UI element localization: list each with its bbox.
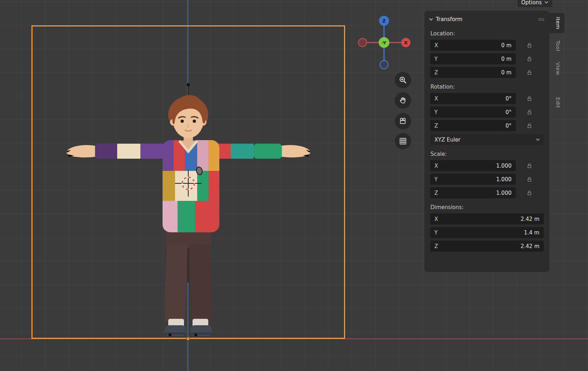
right-arm [218, 144, 310, 159]
gizmo-axis-x[interactable]: X [401, 38, 410, 47]
rotation-x-field[interactable]: X 0° [430, 93, 516, 104]
unlock-icon[interactable] [527, 56, 532, 62]
rotation-mode-dropdown[interactable]: XYZ Euler [430, 134, 544, 145]
svg-text:-Y: -Y [382, 40, 387, 45]
axis-value: 0° [505, 123, 512, 129]
axis-label: X [434, 216, 438, 222]
toggle-grid-icon [399, 137, 407, 145]
axis-value: 0 m [501, 56, 512, 62]
unlock-icon[interactable] [527, 123, 532, 129]
zoom-tool-button[interactable] [395, 72, 411, 88]
transform-panel: Transform Location: X 0 m Y 0 m Z 0 m Ro… [424, 11, 549, 272]
gizmo-axis-neg-y[interactable]: -Y [379, 37, 389, 48]
axis-label: X [434, 42, 438, 49]
axis-value: 1.000 [496, 176, 512, 183]
axis-label: X [434, 163, 438, 169]
rotation-z-field[interactable]: Z 0° [430, 120, 516, 131]
object-origin-point [186, 337, 190, 341]
pan-hand-icon [399, 96, 407, 105]
axis-value: 2.42 m [520, 216, 539, 222]
unlock-icon[interactable] [527, 70, 532, 75]
dimensions-y-field[interactable]: Y 1.4 m [430, 227, 544, 238]
location-y-field[interactable]: Y 0 m [430, 53, 516, 64]
unlock-icon[interactable] [527, 109, 532, 115]
unlock-icon[interactable] [527, 177, 532, 182]
dimensions-z-row: Z 2.42 m [430, 241, 549, 252]
svg-text:Z: Z [382, 18, 385, 24]
antenna-tip [187, 83, 190, 86]
grid-toggle-button[interactable] [395, 133, 411, 149]
sidebar-tab-view[interactable]: View [549, 58, 564, 79]
axis-value: 0° [505, 95, 512, 102]
options-label: Options [521, 0, 542, 6]
scale-z-row: Z 1.000 [430, 187, 549, 198]
scale-z-field[interactable]: Z 1.000 [430, 187, 516, 198]
shoes [165, 319, 212, 336]
axis-label: Z [434, 123, 438, 129]
axis-label: X [434, 95, 438, 102]
axis-value: 1.000 [496, 163, 512, 169]
scale-section-label: Scale: [430, 151, 549, 157]
camera-view-button[interactable] [395, 113, 411, 129]
sidebar-tab-strip: Item Tool View Edit [549, 13, 564, 115]
pan-tool-button[interactable] [395, 92, 411, 109]
options-button[interactable]: Options [517, 0, 552, 7]
axis-value: 0° [505, 109, 512, 115]
dimensions-z-field[interactable]: Z 2.42 m [430, 241, 544, 252]
unlock-icon[interactable] [527, 190, 532, 196]
zoom-in-icon [399, 76, 407, 84]
location-z-field[interactable]: Z 0 m [430, 67, 516, 78]
gizmo-axis-neg-x[interactable] [359, 39, 367, 47]
svg-text:X: X [404, 40, 408, 45]
gizmo-axis-z[interactable]: Z [379, 16, 389, 26]
rotation-y-field[interactable]: Y 0° [430, 107, 516, 118]
axis-label: Z [434, 243, 438, 249]
head [168, 95, 208, 138]
navigation-gizmo[interactable]: Z X -Y [358, 15, 412, 69]
sidebar-tab-edit[interactable]: Edit [549, 93, 564, 112]
rotation-section-label: Rotation: [430, 84, 549, 90]
character-model[interactable] [64, 81, 313, 342]
rotation-y-row: Y 0° [430, 107, 549, 118]
dimensions-x-field[interactable]: X 2.42 m [430, 213, 544, 224]
scale-y-field[interactable]: Y 1.000 [430, 174, 516, 185]
left-arm [66, 144, 164, 159]
axis-label: Z [434, 69, 438, 76]
transform-panel-header[interactable]: Transform [424, 11, 549, 25]
location-x-row: X 0 m [430, 40, 549, 51]
rotation-z-row: Z 0° [430, 120, 549, 131]
scale-y-row: Y 1.000 [430, 174, 549, 185]
axis-value: 2.42 m [520, 243, 539, 249]
chevron-down-icon [544, 1, 548, 4]
dimensions-x-row: X 2.42 m [430, 213, 549, 224]
axis-value: 1.4 m [524, 229, 539, 236]
chevron-down-icon [536, 138, 540, 141]
axis-value: 0 m [501, 42, 512, 49]
pants [165, 229, 212, 322]
camera-view-icon [399, 117, 407, 125]
axis-label: Y [434, 109, 438, 115]
scale-x-row: X 1.000 [430, 160, 549, 171]
axis-label: Y [434, 229, 438, 236]
location-z-row: Z 0 m [430, 67, 549, 78]
sweater [163, 140, 219, 232]
axis-label: Y [434, 176, 438, 183]
rotation-mode-value: XYZ Euler [434, 137, 460, 143]
axis-label: Y [434, 56, 438, 62]
dimensions-section-label: Dimensions: [430, 204, 549, 211]
scale-x-field[interactable]: X 1.000 [430, 160, 516, 171]
unlock-icon[interactable] [527, 43, 532, 48]
panel-title: Transform [436, 16, 463, 23]
dimensions-y-row: Y 1.4 m [430, 227, 549, 238]
axis-value: 0 m [501, 69, 512, 76]
rotation-x-row: X 0° [430, 93, 549, 104]
panel-drag-handle-icon[interactable] [538, 18, 544, 21]
unlock-icon[interactable] [527, 96, 532, 102]
location-y-row: Y 0 m [430, 53, 549, 64]
sidebar-tab-tool[interactable]: Tool [549, 36, 564, 55]
gizmo-axis-neg-z[interactable] [380, 61, 388, 69]
collapse-chevron-icon[interactable] [429, 18, 433, 21]
sidebar-tab-item[interactable]: Item [549, 13, 564, 33]
location-x-field[interactable]: X 0 m [430, 40, 516, 51]
unlock-icon[interactable] [527, 163, 532, 169]
